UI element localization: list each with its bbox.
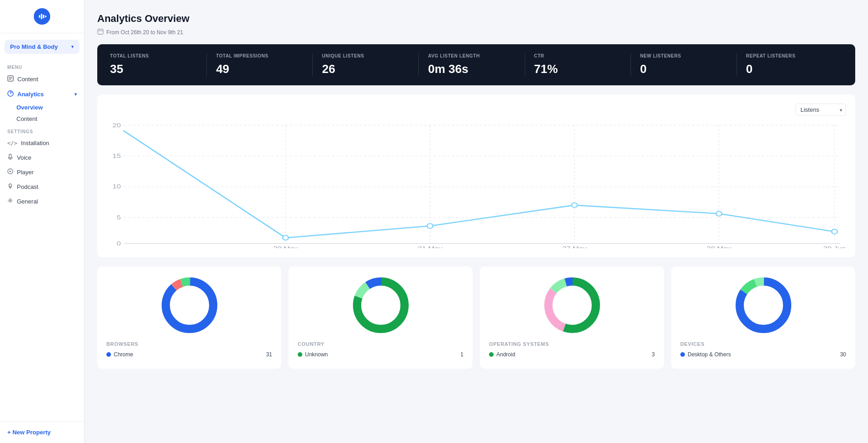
stat-value-avg-listen-length: 0m 36s: [428, 62, 515, 76]
android-label: Android: [496, 351, 515, 358]
chrome-label: Chrome: [114, 351, 133, 358]
devices-label: DEVICES: [680, 341, 846, 347]
general-label: General: [17, 198, 38, 205]
podcast-label: Podcast: [17, 183, 38, 190]
svg-point-45: [831, 229, 837, 234]
stat-label-total-impressions: TOTAL IMPRESSIONS: [216, 53, 303, 58]
analytics-label: Analytics: [17, 91, 44, 98]
stat-ctr: CTR 71%: [525, 53, 631, 76]
legend-desktop: Desktop & Others 30: [680, 351, 846, 358]
svg-rect-0: [39, 15, 40, 18]
chart-metric-dropdown[interactable]: Listens Impressions CTR: [795, 104, 846, 116]
stat-label-repeat-listeners: REPEAT LISTENERS: [746, 53, 833, 58]
page-title: Analytics Overview: [97, 13, 855, 25]
stat-value-total-impressions: 49: [216, 62, 303, 76]
stat-value-ctr: 71%: [534, 62, 621, 76]
sidebar-item-analytics[interactable]: Analytics ▾: [0, 87, 84, 102]
player-label: Player: [17, 169, 34, 176]
bottom-panels: BROWSERS Chrome 31 COUNTRY Unknown: [97, 266, 855, 369]
browsers-donut: [106, 276, 272, 335]
unknown-value: 1: [460, 351, 463, 358]
chart-dropdown-wrap[interactable]: Listens Impressions CTR: [795, 104, 846, 116]
sidebar-sub-overview[interactable]: Overview: [16, 102, 84, 113]
analytics-icon: [7, 90, 14, 98]
content-label: Content: [17, 76, 38, 83]
panel-browsers: BROWSERS Chrome 31: [97, 266, 281, 369]
os-donut: [489, 276, 655, 335]
svg-rect-2: [43, 15, 44, 18]
panel-country: COUNTRY Unknown 1: [289, 266, 473, 369]
svg-rect-10: [9, 154, 11, 158]
property-selector[interactable]: Pro Mind & Body ▾: [5, 40, 79, 54]
stats-bar: TOTAL LISTENS 35 TOTAL IMPRESSIONS 49 UN…: [97, 44, 855, 85]
sidebar-item-podcast[interactable]: Podcast: [0, 179, 84, 194]
player-icon: [7, 168, 13, 176]
devices-donut: [680, 276, 846, 335]
svg-text:0: 0: [116, 240, 121, 246]
svg-point-14: [9, 184, 12, 187]
svg-text:20 May: 20 May: [273, 245, 298, 248]
stat-repeat-listeners: REPEAT LISTENERS 0: [737, 53, 842, 76]
stat-value-total-listens: 35: [110, 62, 197, 76]
svg-point-43: [572, 203, 578, 207]
general-icon: [7, 198, 13, 205]
svg-text:10: 10: [112, 183, 121, 190]
chart-area: 20 15 10 5 0 20 May 21 May 27 May 28 May…: [106, 120, 846, 248]
svg-point-16: [10, 200, 11, 202]
sidebar-footer: + New Property: [0, 421, 84, 443]
voice-label: Voice: [17, 154, 32, 161]
legend-android: Android 3: [489, 351, 655, 358]
stat-unique-listens: UNIQUE LISTENS 26: [313, 53, 419, 76]
date-range-text: From Oct 26th 20 to Nov 9th 21: [106, 29, 183, 36]
menu-section-label: MENU: [0, 60, 84, 72]
stat-total-listens: TOTAL LISTENS 35: [110, 53, 207, 76]
panel-os: OPERATING SYSTEMS Android 3: [480, 266, 664, 369]
new-property-button[interactable]: + New Property: [7, 429, 77, 436]
svg-text:21 May: 21 May: [418, 245, 442, 248]
svg-rect-17: [98, 29, 103, 34]
svg-text:20: 20: [112, 121, 121, 128]
svg-text:27 May: 27 May: [562, 245, 587, 248]
sidebar-logo: [0, 0, 84, 33]
os-label: OPERATING SYSTEMS: [489, 341, 655, 347]
chart-header: Listens Impressions CTR: [106, 104, 846, 116]
voice-icon: [7, 154, 13, 161]
unknown-label: Unknown: [305, 351, 328, 358]
stat-label-ctr: CTR: [534, 53, 621, 58]
country-label: COUNTRY: [298, 341, 463, 347]
settings-section-label: SETTINGS: [0, 125, 84, 136]
svg-rect-1: [41, 14, 42, 19]
calendar-icon: [97, 28, 104, 36]
installation-label: Installation: [21, 140, 49, 146]
installation-icon: </>: [7, 140, 17, 146]
stat-label-unique-listens: UNIQUE LISTENS: [322, 53, 409, 58]
desktop-label: Desktop & Others: [688, 351, 731, 358]
desktop-value: 30: [840, 351, 846, 358]
android-value: 3: [652, 351, 655, 358]
sidebar-item-content[interactable]: Content: [0, 72, 84, 87]
sidebar-item-player[interactable]: Player: [0, 165, 84, 179]
svg-text:28 May: 28 May: [707, 245, 731, 248]
stat-total-impressions: TOTAL IMPRESSIONS 49: [207, 53, 313, 76]
svg-text:30 Jun: 30 Jun: [823, 245, 846, 248]
line-chart-svg: 20 15 10 5 0 20 May 21 May 27 May 28 May…: [106, 120, 846, 248]
analytics-submenu: Overview Content: [0, 102, 84, 125]
stat-label-new-listeners: NEW LISTENERS: [640, 53, 727, 58]
legend-unknown: Unknown 1: [298, 351, 463, 358]
stat-label-total-listens: TOTAL LISTENS: [110, 53, 197, 58]
sidebar: Pro Mind & Body ▾ MENU Content Analytics…: [0, 0, 84, 443]
chart-container: Listens Impressions CTR: [97, 94, 855, 257]
country-donut: [298, 276, 463, 335]
podcast-icon: [7, 183, 13, 190]
svg-point-42: [427, 224, 433, 228]
sidebar-item-installation[interactable]: </> Installation: [0, 136, 84, 150]
panel-devices: DEVICES Desktop & Others 30: [671, 266, 855, 369]
sidebar-item-voice[interactable]: Voice: [0, 150, 84, 165]
sidebar-item-general[interactable]: General: [0, 194, 84, 208]
sidebar-sub-content[interactable]: Content: [16, 113, 84, 125]
legend-chrome: Chrome 31: [106, 351, 272, 358]
svg-text:5: 5: [116, 214, 121, 220]
property-name: Pro Mind & Body: [10, 43, 58, 50]
svg-marker-13: [10, 171, 11, 172]
svg-point-46: [166, 281, 213, 329]
